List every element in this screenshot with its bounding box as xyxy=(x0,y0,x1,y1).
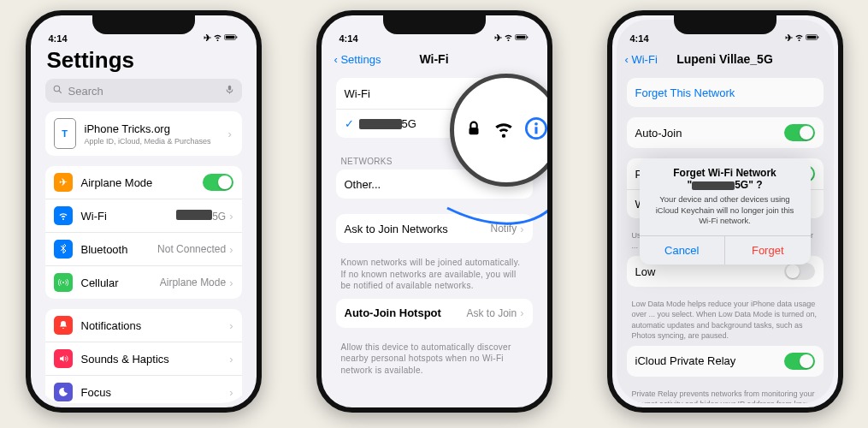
chevron-right-icon: › xyxy=(229,210,233,223)
forget-alert: Forget Wi-Fi Network "5G" ? Your device … xyxy=(640,158,811,264)
alert-title: Forget Wi-Fi Network "5G" ? xyxy=(640,158,811,191)
network-name-redacted xyxy=(359,119,402,129)
apple-id-sub: Apple ID, iCloud, Media & Purchases xyxy=(85,137,211,146)
row-auto-hotspot[interactable]: Auto-Join Hotspot Ask to Join › xyxy=(336,299,533,328)
wifi-icon xyxy=(54,206,73,225)
phone-3: 4:14 ✈︎ ‹ Wi-Fi Lupeni Villae_5G Forget … xyxy=(607,10,843,413)
chevron-right-icon: › xyxy=(228,128,232,140)
alert-forget-button[interactable]: Forget xyxy=(724,236,811,265)
wifi-icon xyxy=(493,117,515,143)
svg-rect-2 xyxy=(236,36,237,38)
notch xyxy=(383,15,486,34)
alert-message: Your device and other devices using iClo… xyxy=(640,191,811,235)
svg-point-6 xyxy=(62,282,64,283)
phone-1: 4:14 ✈︎ Settings Search xyxy=(26,10,262,413)
row-cellular[interactable]: Cellular Airplane Mode › xyxy=(45,265,242,299)
search-icon xyxy=(52,84,63,98)
alert-backdrop: Forget Wi-Fi Network "5G" ? Your device … xyxy=(617,20,834,403)
svg-rect-18 xyxy=(469,128,478,134)
wifi-icon xyxy=(213,33,222,44)
callout-arrow xyxy=(473,157,552,242)
airplane-toggle[interactable] xyxy=(203,174,233,191)
battery-icon xyxy=(224,33,239,44)
battery-icon xyxy=(515,33,529,44)
wifi-icon xyxy=(504,33,513,44)
status-time: 4:14 xyxy=(49,33,68,44)
nav-title: Wi-Fi xyxy=(419,52,448,66)
airplane-icon: ✈︎ xyxy=(204,33,211,44)
cellular-icon xyxy=(54,273,73,292)
back-button[interactable]: ‹ Settings xyxy=(334,53,381,66)
wifi-value: 5G xyxy=(176,210,226,223)
page-title: Settings xyxy=(35,45,252,79)
svg-point-3 xyxy=(54,86,59,92)
alert-cancel-button[interactable]: Cancel xyxy=(640,236,725,265)
svg-rect-12 xyxy=(517,36,526,39)
row-focus[interactable]: Focus› xyxy=(45,375,242,403)
chevron-right-icon: › xyxy=(229,243,233,256)
row-bluetooth[interactable]: Bluetooth Not Connected › xyxy=(45,232,242,265)
status-time: 4:14 xyxy=(340,33,358,44)
notch xyxy=(92,15,195,34)
speaker-icon xyxy=(54,349,73,368)
svg-rect-13 xyxy=(527,36,528,38)
airplane-icon: ✈︎ xyxy=(54,173,73,192)
row-airplane-mode[interactable]: ✈︎ Airplane Mode xyxy=(45,166,242,199)
ask-footer: Known networks will be joined automatica… xyxy=(326,253,543,299)
search-placeholder: Search xyxy=(68,85,103,98)
bell-icon xyxy=(54,316,73,335)
apple-id-name: iPhone Tricks.org xyxy=(85,122,211,135)
svg-point-20 xyxy=(534,122,538,126)
check-icon: ✓ xyxy=(345,117,354,130)
svg-rect-21 xyxy=(534,127,537,134)
moon-icon xyxy=(54,383,73,401)
phone-2: 4:14 ✈︎ ‹ Settings Wi-Fi Wi-Fi ✓ 5G xyxy=(316,10,552,413)
row-notifications[interactable]: Notifications› xyxy=(45,309,242,342)
device-icon xyxy=(54,118,76,149)
airplane-icon: ✈︎ xyxy=(494,33,502,44)
bluetooth-icon xyxy=(54,240,73,259)
notifications-group: Notifications› Sounds & Haptics› Focus› … xyxy=(45,309,242,403)
apple-id-card[interactable]: iPhone Tricks.org Apple ID, iCloud, Medi… xyxy=(45,111,242,156)
connectivity-group: ✈︎ Airplane Mode Wi-Fi 5G › Bluetooth No… xyxy=(45,166,242,299)
mic-icon[interactable] xyxy=(224,84,235,98)
row-sounds[interactable]: Sounds & Haptics› xyxy=(45,342,242,375)
nav-bar: ‹ Settings Wi-Fi xyxy=(326,45,543,73)
svg-rect-1 xyxy=(226,36,235,39)
chevron-right-icon: › xyxy=(229,276,233,289)
row-wifi[interactable]: Wi-Fi 5G › xyxy=(45,199,242,232)
status-icons: ✈︎ xyxy=(204,33,239,44)
search-input[interactable]: Search xyxy=(45,79,242,103)
svg-line-4 xyxy=(59,91,62,93)
info-icon xyxy=(524,116,548,144)
svg-rect-5 xyxy=(227,86,230,91)
auto-footer: Allow this device to automatically disco… xyxy=(326,338,543,383)
lock-icon xyxy=(464,119,483,141)
